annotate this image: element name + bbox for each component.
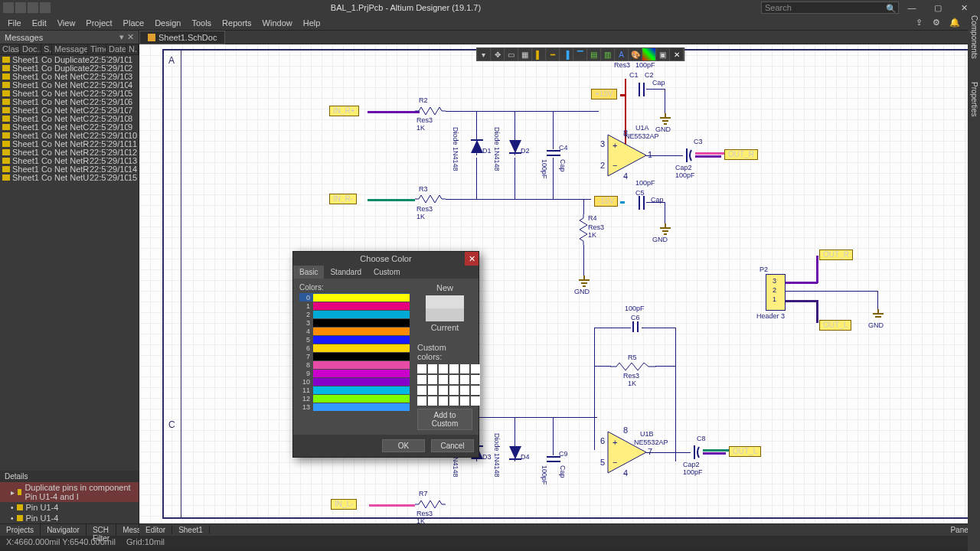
dialog-close-button[interactable]: ✕ [465,252,479,266]
color-swatch[interactable]: 1 [299,302,410,310]
message-row[interactable]: Sheet1 Co Net NetR2_1 has22:5729/1011 [0,139,139,148]
tab-basic[interactable]: Basic [293,266,324,279]
color-swatch[interactable]: 7 [299,352,410,360]
message-row[interactable]: Sheet1 Co Net NetC4_1 has22:5729/107 [0,106,139,114]
open-icon[interactable] [28,2,38,13]
message-row[interactable]: Sheet1 Co Net NetR3_1 has22:5729/1012 [0,148,139,156]
align-t-icon[interactable]: ▔ [573,48,587,60]
crop-icon[interactable]: ▣ [656,48,670,60]
color-swatch[interactable]: 0 [299,293,410,302]
colorpick-icon[interactable] [642,48,656,60]
message-row[interactable]: Sheet1 Co Net NetC1_2 has22:5729/105 [0,89,139,97]
message-row[interactable]: Sheet1 Co Net NetR7_1 has22:5729/1014 [0,165,139,173]
color-swatch[interactable]: 9 [299,369,410,377]
footer-editor[interactable]: Editor [139,526,172,534]
color-icon[interactable]: 🎨 [629,48,642,60]
document-tab[interactable]: Sheet1.SchDoc [139,31,225,44]
message-row[interactable]: Sheet1 Co Net NetC2_2 contain22:5729/103 [0,72,139,80]
align-r-icon[interactable]: ▐ [560,48,573,60]
filter-icon[interactable]: ▾ [477,48,491,60]
color-swatch[interactable]: 8 [299,360,410,369]
search-input[interactable]: 🔍Search [761,2,899,14]
message-row[interactable]: Sheet1 Co Net NetU1_4 has22:5729/1015 [0,173,139,181]
color-swatch[interactable]: 3 [299,318,410,327]
save-icon[interactable] [40,2,51,13]
menu-reports[interactable]: Reports [217,17,256,29]
message-row[interactable]: Sheet1 Co Net NetC9_1 has22:5729/1010 [0,131,139,139]
menu-edit[interactable]: Edit [28,17,51,29]
svg-text:4: 4 [623,468,628,478]
text-icon[interactable]: A [615,48,629,60]
message-row[interactable]: Sheet1 Co Duplicate pins it22:5729/101 [0,55,139,64]
color-swatch[interactable]: 2 [299,310,410,318]
message-row[interactable]: Sheet1 Co Duplicate pins it22:5729/102 [0,64,139,72]
port-p15v[interactable]: +15V [591,89,617,99]
message-row[interactable]: Sheet1 Co Net NetR6_1 has22:5729/1013 [0,156,139,165]
add-to-custom-button[interactable]: Add to Custom [417,409,472,430]
menu-tools[interactable]: Tools [187,17,216,29]
align-c-icon[interactable]: ━ [546,48,560,60]
dist-v-icon[interactable]: ▥ [601,48,615,60]
bell-icon[interactable]: 🔔 [949,18,960,28]
port-in-r-plus[interactable]: IN_R+ [329,106,359,116]
color-swatch[interactable]: 5 [299,335,410,344]
footer-sheet[interactable]: Sheet1 [172,526,210,534]
menu-design[interactable]: Design [150,17,185,29]
port-out-l-p2[interactable]: OUT_L [819,320,851,331]
menubar: File Edit View Project Place Design Tool… [0,15,980,31]
messages-list[interactable]: Sheet1 Co Duplicate pins it22:5729/101Sh… [0,55,139,181]
new-icon[interactable] [15,2,26,13]
close-panel-icon[interactable]: ✕ [127,32,134,42]
panel-tab-schfilter[interactable]: SCH Filter [87,524,116,536]
menu-window[interactable]: Window [258,17,297,29]
details-child[interactable]: • Pin U1-4 [0,502,139,513]
group-icon[interactable]: ▦ [518,48,532,60]
menu-help[interactable]: Help [299,17,325,29]
panel-properties[interactable]: Properties [970,82,978,117]
color-swatch[interactable]: 11 [299,386,410,394]
panel-tab-navigator[interactable]: Navigator [41,524,87,536]
cancel-button[interactable]: Cancel [431,439,474,452]
pin-icon[interactable]: ▾ [119,32,124,42]
dist-h-icon[interactable]: ▤ [587,48,601,60]
message-row[interactable]: Sheet1 Co Net NetC2_2 cor22:5729/106 [0,97,139,106]
color-swatch[interactable]: 13 [299,403,410,411]
color-swatch[interactable]: 4 [299,327,410,335]
settings-icon[interactable]: ⚙ [933,18,943,28]
custom-color-grid[interactable] [417,364,472,406]
panel-components[interactable]: Components [970,15,978,59]
move-icon[interactable]: ✥ [491,48,505,60]
message-row[interactable]: Sheet1 Co Net NetC6_2 has22:5729/109 [0,122,139,131]
menu-place[interactable]: Place [119,17,149,29]
close-bar-icon[interactable]: ✕ [670,48,684,60]
schematic-canvas[interactable]: A C ▾ ✥ ▭ ▦ ▌ ━ ▐ ▔ ▤ ▥ A 🎨 ▣ ✕ IN_R [139,44,980,523]
details-child[interactable]: • Pin U1-4 [0,513,139,523]
select-icon[interactable]: ▭ [505,48,518,60]
menu-project[interactable]: Project [81,17,116,29]
menu-file[interactable]: File [3,17,26,29]
align-l-icon[interactable]: ▌ [532,48,546,60]
port-n15v[interactable]: -15V [594,196,618,207]
status-grid: Grid:10mil [126,537,165,546]
tab-standard[interactable]: Standard [324,266,368,279]
maximize-button[interactable]: ▢ [925,3,951,13]
details-summary[interactable]: ▸ Duplicate pins in component Pin U1-4 a… [0,482,139,502]
port-in-l-minus[interactable]: IN_L- [331,499,357,510]
port-out-r[interactable]: OUT_R [724,149,758,160]
panel-tab-projects[interactable]: Projects [0,524,41,536]
share-icon[interactable]: ⇪ [916,18,926,28]
port-in-r-minus[interactable]: IN_R- [329,194,357,204]
port-out-r-p2[interactable]: OUT_R [819,249,853,260]
svg-marker-0 [471,140,483,153]
port-out-l[interactable]: OUT_L [729,446,761,457]
minimize-button[interactable]: — [899,3,925,12]
ok-button[interactable]: OK [382,439,425,452]
menu-view[interactable]: View [53,17,80,29]
tab-custom[interactable]: Custom [368,266,406,279]
message-row[interactable]: Sheet1 Co Net NetC5_2 cor22:5729/108 [0,114,139,122]
color-swatch[interactable]: 10 [299,377,410,386]
color-swatch[interactable]: 6 [299,344,410,352]
color-swatch[interactable]: 12 [299,394,410,403]
svg-text:5: 5 [600,458,605,467]
message-row[interactable]: Sheet1 Co Net NetC5_2 contain22:5729/104 [0,80,139,89]
